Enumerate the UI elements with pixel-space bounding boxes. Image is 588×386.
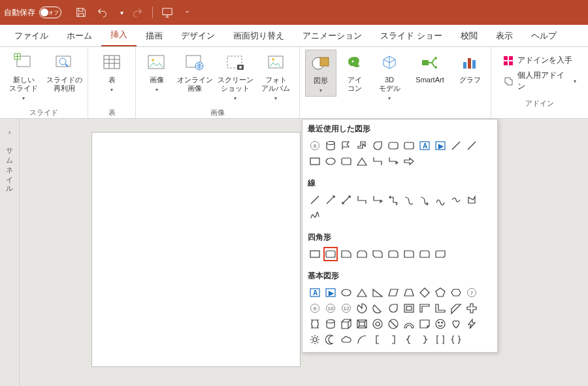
shape-parallelogram[interactable]	[386, 285, 400, 300]
shape-can[interactable]	[323, 317, 338, 331]
tab-view[interactable]: 表示	[487, 25, 522, 46]
shape-diamond[interactable]	[417, 285, 432, 300]
shape-plaque[interactable]	[308, 317, 322, 331]
screenshot-button[interactable]: スクリーンショット ▾	[217, 50, 253, 104]
shape-bent-arrow[interactable]	[355, 138, 369, 153]
shape-freeform-curve[interactable]	[449, 193, 463, 207]
tab-file[interactable]: ファイル	[5, 25, 57, 46]
redo-icon[interactable]	[131, 6, 144, 19]
shape-num10[interactable]: 10	[323, 301, 338, 315]
shape-pentagon[interactable]	[433, 285, 448, 300]
shape-recent-num8[interactable]: 8	[308, 138, 322, 153]
shape-elbow-connector[interactable]	[355, 193, 369, 207]
shape-cube[interactable]	[339, 317, 353, 331]
shape-oval2[interactable]	[339, 285, 353, 300]
tab-slideshow[interactable]: スライド ショー	[371, 25, 451, 46]
shape-triangle[interactable]	[355, 154, 369, 169]
shape-basic-textbox[interactable]: A	[308, 285, 322, 300]
tab-draw[interactable]: 描画	[137, 25, 172, 46]
undo-dropdown-icon[interactable]: ▾	[120, 9, 123, 16]
shape-heart[interactable]	[449, 317, 463, 331]
shape-pie[interactable]	[355, 301, 369, 315]
get-addins-button[interactable]: アドインを入手	[503, 55, 576, 66]
shape-rounded-rect3[interactable]	[339, 154, 353, 169]
shape-bracket-l[interactable]	[370, 332, 385, 347]
shape-rect-rounded[interactable]	[323, 247, 338, 261]
shape-curve-connector[interactable]	[402, 193, 416, 207]
shape-curve-double[interactable]	[433, 193, 448, 207]
new-slide-button[interactable]: 新しいスライド ▾	[5, 50, 42, 104]
shapes-button[interactable]: 図形 ▾	[305, 50, 336, 97]
tab-help[interactable]: ヘルプ	[522, 25, 566, 46]
shape-noentry[interactable]	[386, 317, 400, 331]
shape-connector-elbow-arrow[interactable]	[386, 154, 400, 169]
shape-folded-corner[interactable]	[417, 317, 432, 331]
shape-cylinder[interactable]	[323, 138, 338, 153]
shape-basic-vtextbox[interactable]: ▶	[323, 285, 338, 300]
3d-models-button[interactable]: 3Dモデル ▾	[373, 50, 406, 104]
shape-connector-elbow[interactable]	[370, 154, 385, 169]
tab-transitions[interactable]: 画面切り替え	[224, 25, 293, 46]
shape-rect-snip1[interactable]	[339, 247, 353, 261]
shape-line2[interactable]	[465, 138, 479, 153]
personal-addins-button[interactable]: 個人用アドイン ▾	[503, 70, 576, 92]
shape-diag-stripe[interactable]	[449, 301, 463, 315]
shape-freeform-closed[interactable]	[465, 193, 479, 207]
thumbnail-expand-icon[interactable]: ›	[8, 128, 11, 136]
shape-rectangle[interactable]	[308, 154, 322, 169]
shape-smiley[interactable]	[433, 317, 448, 331]
shape-arrow-right[interactable]	[402, 154, 416, 169]
shape-elbow-arrow[interactable]	[370, 193, 385, 207]
reuse-slides-button[interactable]: スライドの再利用	[46, 50, 82, 95]
shape-arc[interactable]	[355, 332, 369, 347]
shape-rect-round1[interactable]	[402, 247, 416, 261]
shape-moon[interactable]	[323, 332, 338, 347]
shape-line-arrow[interactable]	[323, 193, 338, 207]
shape-line-straight[interactable]	[308, 193, 322, 207]
autosave-toggle[interactable]: 自動保存 オフ	[4, 7, 61, 18]
smartart-button[interactable]: SmartArt	[410, 50, 450, 87]
shape-sun[interactable]	[308, 332, 322, 347]
table-button[interactable]: 表 ▾	[93, 50, 130, 95]
shape-rounded-rect2[interactable]	[402, 138, 416, 153]
shape-flag[interactable]	[339, 138, 353, 153]
shape-triangle2[interactable]	[355, 285, 369, 300]
shape-rect-snip2same[interactable]	[355, 247, 369, 261]
tab-design[interactable]: デザイン	[172, 25, 224, 46]
shape-line[interactable]	[449, 138, 463, 153]
shape-hexagon[interactable]	[449, 285, 463, 300]
shape-lightning[interactable]	[465, 317, 479, 331]
shape-textbox[interactable]: A	[417, 138, 432, 153]
tab-insert[interactable]: 挿入	[101, 24, 137, 46]
pictures-button[interactable]: 画像 ▾	[141, 50, 172, 95]
online-pictures-button[interactable]: オンライン画像	[176, 50, 213, 95]
qat-customize-icon[interactable]: ⁼	[186, 9, 189, 16]
shape-bevel[interactable]	[355, 317, 369, 331]
shape-double-brace[interactable]	[449, 332, 463, 347]
shape-rect-snip2diag[interactable]	[370, 247, 385, 261]
shape-scribble[interactable]	[308, 208, 322, 223]
shape-half-frame[interactable]	[417, 301, 432, 315]
shape-line-double-arrow[interactable]	[339, 193, 353, 207]
shape-rounded-rect[interactable]	[386, 138, 400, 153]
shape-vertical-textbox[interactable]: ▶	[433, 138, 448, 153]
shape-rect-round2diag[interactable]	[433, 247, 448, 261]
shape-donut[interactable]	[370, 317, 385, 331]
shape-bracket-r[interactable]	[386, 332, 400, 347]
shape-teardrop2[interactable]	[386, 301, 400, 315]
shape-trapezoid[interactable]	[402, 285, 416, 300]
shape-brace-l[interactable]	[402, 332, 416, 347]
shape-curve-arrow[interactable]	[417, 193, 432, 207]
shape-num7[interactable]: 7	[465, 285, 479, 300]
shape-num12[interactable]: 12	[339, 301, 353, 315]
save-icon[interactable]	[74, 6, 88, 19]
icons-button[interactable]: アイコン	[340, 50, 369, 95]
shape-rect-plain[interactable]	[308, 247, 322, 261]
toggle-switch[interactable]: オフ	[39, 7, 61, 18]
tab-animations[interactable]: アニメーション	[293, 25, 371, 46]
photo-album-button[interactable]: フォトアルバム ▾	[257, 50, 294, 104]
shape-brace-r[interactable]	[417, 332, 432, 347]
undo-icon[interactable]	[95, 6, 108, 19]
tab-home[interactable]: ホーム	[57, 25, 101, 46]
shape-teardrop[interactable]	[370, 138, 385, 153]
